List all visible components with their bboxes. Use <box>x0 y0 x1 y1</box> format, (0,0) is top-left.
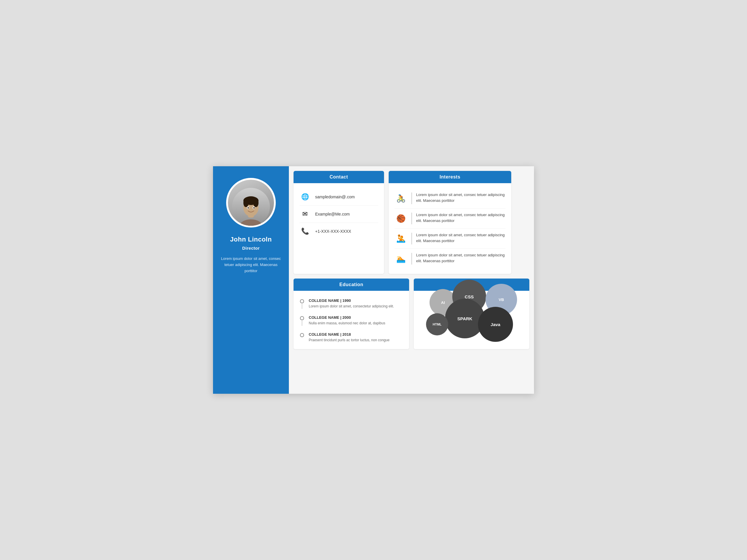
svg-point-6 <box>243 199 249 207</box>
interest-text: Lorem ipsum dolor sit amet, consec tetue… <box>416 232 506 244</box>
interest-divider <box>411 192 412 204</box>
interest-text: Lorem ipsum dolor sit amet, consec tetue… <box>416 212 506 224</box>
timeline-dot <box>300 316 304 320</box>
person-title: Director <box>242 246 260 250</box>
interests-body: 🚴 Lorem ipsum dolor sit amet, consec tet… <box>389 183 511 274</box>
edu-desc: Lorem ipsum dolor sit amet, consectetur … <box>309 303 403 309</box>
cycling-icon: 🚴 <box>394 192 407 205</box>
timeline-content: COLLEGE NAME | 2018 Praesent tincidunt p… <box>309 332 403 343</box>
interest-divider <box>411 253 412 265</box>
resume-card: John Lincoln Director Lorem ipsum dolor … <box>213 166 534 394</box>
skills-bubble-area: AICSSVBSPARKHTMLJava <box>414 291 529 349</box>
interests-header: Interests <box>389 171 511 183</box>
interests-card: Interests 🚴 Lorem ipsum dolor sit amet, … <box>389 171 511 274</box>
timeline-item: COLLEGE NAME | 2000 Nulla enim massa, eu… <box>300 315 403 326</box>
contact-text: +1-XXX-XXX-XXXX <box>315 229 351 234</box>
rowing-icon: 🤽 <box>394 232 407 245</box>
education-card: Education COLLEGE NAME | 1990 Lorem ipsu… <box>293 278 409 349</box>
contact-text: Example@Me.com <box>315 212 350 216</box>
contact-card: Contact 🌐 sampledomain@.com ✉ Example@Me… <box>293 171 384 274</box>
edu-desc: Nulla enim massa, euismod nec dolor at, … <box>309 321 403 326</box>
interest-text: Lorem ipsum dolor sit amet, consec tetue… <box>416 192 506 204</box>
edu-desc: Praesent tincidunt purls ac tortor luctu… <box>309 338 403 343</box>
avatar <box>226 178 276 228</box>
edu-title: COLLEGE NAME | 2000 <box>309 315 403 320</box>
svg-point-10 <box>248 207 249 209</box>
timeline-left <box>300 332 305 343</box>
timeline-content: COLLEGE NAME | 2000 Nulla enim massa, eu… <box>309 315 403 326</box>
svg-point-7 <box>253 199 259 207</box>
contact-item: ✉ Example@Me.com <box>300 206 378 223</box>
contact-body: 🌐 sampledomain@.com ✉ Example@Me.com 📞 +… <box>293 183 384 245</box>
top-row: Contact 🌐 sampledomain@.com ✉ Example@Me… <box>293 171 529 274</box>
skills-card: Skills AICSSVBSPARKHTMLJava <box>414 278 529 349</box>
left-panel: John Lincoln Director Lorem ipsum dolor … <box>213 166 289 394</box>
timeline-item: COLLEGE NAME | 1990 Lorem ipsum dolor si… <box>300 298 403 309</box>
avatar-placeholder <box>228 180 274 226</box>
timeline-dot <box>300 333 304 337</box>
interest-item: 🚴 Lorem ipsum dolor sit amet, consec tet… <box>394 188 506 209</box>
education-body: COLLEGE NAME | 1990 Lorem ipsum dolor si… <box>293 291 409 348</box>
timeline-content: COLLEGE NAME | 1990 Lorem ipsum dolor si… <box>309 298 403 309</box>
interest-item: 🤽 Lorem ipsum dolor sit amet, consec tet… <box>394 229 506 249</box>
phone-icon: 📞 <box>300 226 310 237</box>
svg-point-11 <box>253 207 254 209</box>
edu-title: COLLEGE NAME | 1990 <box>309 298 403 303</box>
email-icon: ✉ <box>300 209 310 220</box>
person-name: John Lincoln <box>230 236 272 243</box>
basketball-icon: 🏀 <box>394 212 407 225</box>
globe-icon: 🌐 <box>300 191 310 203</box>
contact-header: Contact <box>293 171 384 183</box>
contact-text: sampledomain@.com <box>315 194 355 199</box>
right-panel: Contact 🌐 sampledomain@.com ✉ Example@Me… <box>289 166 534 394</box>
bottom-row: Education COLLEGE NAME | 1990 Lorem ipsu… <box>293 278 529 349</box>
education-header: Education <box>293 278 409 291</box>
interest-item: 🏊 Lorem ipsum dolor sit amet, consec tet… <box>394 249 506 269</box>
skill-bubble: HTML <box>426 313 448 336</box>
timeline-left <box>300 315 305 326</box>
timeline-dot <box>300 299 304 303</box>
timeline-item: COLLEGE NAME | 2018 Praesent tincidunt p… <box>300 332 403 343</box>
interest-divider <box>411 233 412 244</box>
timeline-left <box>300 298 305 309</box>
edu-title: COLLEGE NAME | 2018 <box>309 332 403 337</box>
timeline-line <box>302 321 302 326</box>
interest-divider <box>411 213 412 224</box>
skill-bubble: Java <box>478 307 513 342</box>
interest-text: Lorem ipsum dolor sit amet, consec tetue… <box>416 252 506 264</box>
interest-item: 🏀 Lorem ipsum dolor sit amet, consec tet… <box>394 209 506 229</box>
swimming-icon: 🏊 <box>394 252 407 265</box>
person-bio: Lorem ipsum dolor sit amet, consec tetue… <box>220 256 282 274</box>
timeline-line <box>302 304 302 309</box>
education-timeline: COLLEGE NAME | 1990 Lorem ipsum dolor si… <box>300 296 403 343</box>
contact-item: 🌐 sampledomain@.com <box>300 188 378 206</box>
contact-item: 📞 +1-XXX-XXX-XXXX <box>300 223 378 240</box>
